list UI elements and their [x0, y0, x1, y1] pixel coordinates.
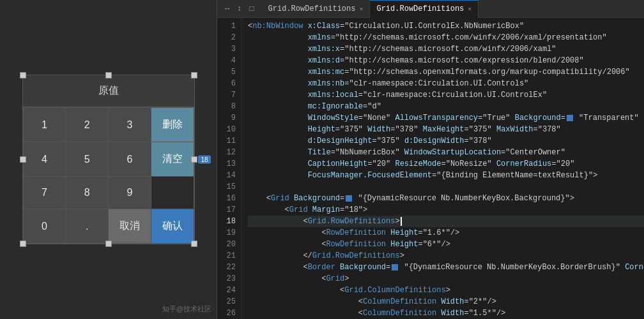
tab-label-left: Grid.RowDefinitions	[268, 4, 356, 13]
code-line-26: <ColumnDefinition Width="1.5*"/>	[248, 308, 644, 319]
tab-close-left[interactable]: ✕	[359, 5, 363, 13]
line-number-21: 21	[220, 250, 236, 262]
line-numbers: 1234567891011121314151617181920212223242…	[217, 18, 241, 319]
calc-btn-取消[interactable]: 取消	[109, 209, 151, 243]
code-line-7: xmlns:local="clr-namespace:Circulation.U…	[248, 89, 644, 101]
code-line-23: <Grid>	[248, 273, 644, 285]
line-number-20: 20	[220, 239, 236, 250]
code-line-4: xmlns:d="http://schemas.microsoft.com/ex…	[248, 55, 644, 66]
watermark: 知乎@技术社区	[162, 304, 211, 314]
calc-btn-2[interactable]: 2	[66, 108, 108, 142]
calc-btn-.[interactable]: .	[66, 209, 108, 243]
line-number-6: 6	[220, 78, 236, 89]
code-editor-panel: ↔ ↕ □ Grid.RowDefinitions ✕ Grid.RowDefi…	[217, 0, 644, 319]
code-line-22: <Border Background= "{DynamicResource Nb…	[248, 262, 644, 273]
tab-grid-rowdefs-left[interactable]: Grid.RowDefinitions ✕	[262, 0, 371, 18]
tab-bar: ↔ ↕ □ Grid.RowDefinitions ✕ Grid.RowDefi…	[217, 0, 644, 18]
line-number-23: 23	[220, 273, 236, 285]
handle-mid-left[interactable]	[20, 156, 26, 163]
tab-controls: ↔ ↕ □	[217, 3, 262, 15]
line-number-2: 2	[220, 32, 236, 43]
handle-top-left[interactable]	[20, 72, 26, 78]
calculator-container: 18 原值 123删除456清空7890.取消确认	[22, 75, 195, 244]
tab-ctrl-swap[interactable]: ↔	[222, 3, 232, 15]
line-number-12: 12	[220, 147, 236, 158]
line-number-5: 5	[220, 66, 236, 78]
line-number-19: 19	[220, 227, 236, 239]
line-number-17: 17	[220, 204, 236, 216]
line-number-8: 8	[220, 101, 236, 112]
code-line-13: CaptionHeight="20" ResizeMode="NoResize"…	[248, 158, 644, 170]
code-line-12: Title="NbNumericBox" WindowStartupLocati…	[248, 147, 644, 158]
handle-mid-right[interactable]: 18	[191, 156, 197, 163]
calc-btn-empty[interactable]	[151, 177, 194, 209]
tab-grid-rowdefs-right[interactable]: Grid.RowDefinitions ✕	[370, 0, 479, 18]
code-line-6: xmlns:nb="clr-namespace:Circulation.UI.C…	[248, 78, 644, 89]
calc-btn-7[interactable]: 7	[24, 177, 66, 209]
calc-btn-9[interactable]: 9	[109, 177, 151, 209]
calculator-panel: 18 原值 123删除456清空7890.取消确认 知乎@技术社区	[0, 0, 217, 319]
code-area[interactable]: 1234567891011121314151617181920212223242…	[217, 18, 644, 319]
handle-top-right[interactable]	[191, 72, 197, 78]
line-number-11: 11	[220, 135, 236, 147]
code-line-15	[248, 181, 644, 193]
calc-keypad: 123删除456清空7890.取消确认	[23, 107, 194, 244]
line-number-25: 25	[220, 296, 236, 308]
calc-btn-1[interactable]: 1	[24, 108, 66, 142]
calc-display-label: 原值	[98, 85, 119, 96]
code-line-2: xmlns="http://schemas.microsoft.com/winf…	[248, 32, 644, 43]
line-number-26: 26	[220, 308, 236, 319]
code-line-9: WindowStyle="None" AllowsTransparency="T…	[248, 112, 644, 124]
calc-btn-4[interactable]: 4	[24, 142, 66, 176]
code-line-21: </Grid.RowDefinitions>	[248, 250, 644, 262]
code-line-3: xmlns:x="http://schemas.microsoft.com/wi…	[248, 43, 644, 55]
code-line-24: <Grid.ColumnDefinitions>	[248, 285, 644, 296]
calc-btn-确认[interactable]: 确认	[151, 209, 194, 243]
calc-btn-5[interactable]: 5	[66, 142, 108, 176]
code-line-20: <RowDefinition Height="6*"/>	[248, 239, 644, 250]
code-line-10: Height="375" Width="378" MaxHeight="375"…	[248, 124, 644, 135]
tab-ctrl-window[interactable]: □	[247, 3, 256, 15]
code-line-14: FocusManager.FocusedElement="{Binding El…	[248, 170, 644, 181]
line-number-7: 7	[220, 89, 236, 101]
calc-btn-8[interactable]: 8	[66, 177, 108, 209]
calc-btn-0[interactable]: 0	[24, 209, 66, 243]
line-number-22: 22	[220, 262, 236, 273]
code-line-17: <Grid Margin="18">	[248, 204, 644, 216]
code-line-8: mc:Ignorable="d"	[248, 101, 644, 112]
code-line-18: <Grid.RowDefinitions>	[248, 216, 644, 227]
line-number-4: 4	[220, 55, 236, 66]
code-content: <nb:NbWindow x:Class="Circulation.UI.Con…	[241, 18, 644, 319]
line-number-10: 10	[220, 124, 236, 135]
badge-18: 18	[198, 156, 210, 164]
handle-bot-right[interactable]	[191, 241, 197, 247]
handle-top-mid[interactable]	[105, 72, 112, 78]
code-line-5: xmlns:mc="http://schemas.openxmlformats.…	[248, 66, 644, 78]
line-number-9: 9	[220, 112, 236, 124]
line-number-15: 15	[220, 181, 236, 193]
tab-ctrl-split[interactable]: ↕	[234, 3, 244, 15]
calc-btn-清空[interactable]: 清空	[151, 142, 194, 176]
line-number-16: 16	[220, 193, 236, 204]
code-line-16: <Grid Background= "{DynamicResource Nb.N…	[248, 193, 644, 204]
line-number-13: 13	[220, 158, 236, 170]
code-line-1: <nb:NbWindow x:Class="Circulation.UI.Con…	[248, 20, 644, 32]
handle-bot-left[interactable]	[20, 241, 26, 247]
code-line-25: <ColumnDefinition Width="2*"/>	[248, 296, 644, 308]
line-number-1: 1	[220, 20, 236, 32]
code-line-11: d:DesignHeight="375" d:DesignWidth="378"	[248, 135, 644, 147]
tab-close-right[interactable]: ✕	[468, 5, 471, 13]
line-number-14: 14	[220, 170, 236, 181]
calc-btn-6[interactable]: 6	[109, 142, 151, 176]
calc-display: 原值	[23, 75, 194, 107]
line-number-3: 3	[220, 43, 236, 55]
calc-btn-3[interactable]: 3	[109, 108, 151, 142]
handle-bot-mid[interactable]	[105, 241, 112, 247]
tab-label-right: Grid.RowDefinitions	[376, 4, 464, 13]
line-number-24: 24	[220, 285, 236, 296]
line-number-18: 18	[220, 216, 236, 227]
code-line-19: <RowDefinition Height="1.6*"/>	[248, 227, 644, 239]
calc-btn-删除[interactable]: 删除	[151, 108, 194, 142]
